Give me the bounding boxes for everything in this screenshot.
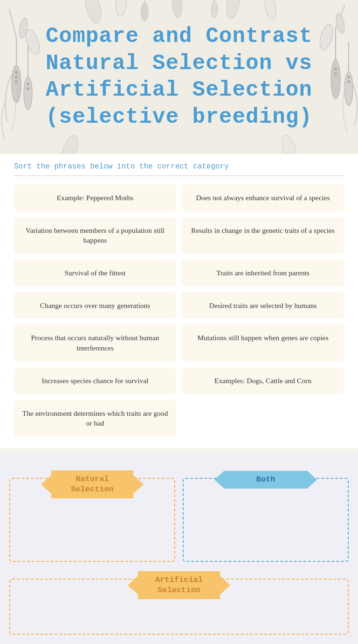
artificial-selection-label-wrap: Artificial Selection (128, 571, 230, 599)
both-arrow-left (214, 470, 225, 489)
cards-grid: Example: Peppered MothsDoes not always e… (14, 184, 344, 437)
sort-card-c13[interactable]: The environment determines which traits … (14, 400, 176, 437)
sort-card-c8[interactable]: Desired traits are selected by humans (182, 292, 344, 319)
artificial-selection-box[interactable]: Artificial Selection (9, 579, 349, 635)
natural-selection-label: Natural Selection (51, 470, 133, 498)
sort-instruction-container: Sort the phrases below into the correct … (0, 154, 358, 176)
category-section: Natural Selection Both Artificial Select… (0, 454, 358, 644)
sort-card-c1[interactable]: Example: Peppered Moths (14, 184, 176, 211)
natural-selection-label-wrap: Natural Selection (41, 470, 144, 498)
both-box[interactable]: Both (183, 478, 349, 562)
sort-area: Example: Peppered MothsDoes not always e… (0, 176, 358, 448)
sort-card-c12[interactable]: Examples: Dogs, Cattle and Corn (182, 367, 344, 394)
sort-card-c2[interactable]: Does not always enhance survival of a sp… (182, 184, 344, 211)
sort-card-c9[interactable]: Process that occurs naturally without hu… (14, 324, 176, 361)
both-label: Both (225, 471, 307, 489)
sort-card-c7[interactable]: Change occurs over many generations (14, 292, 176, 319)
artificial-selection-arrow-left (128, 576, 138, 595)
natural-selection-box[interactable]: Natural Selection (9, 478, 175, 562)
sort-card-c4[interactable]: Results in change in the genetic traits … (182, 217, 344, 254)
sort-card-c6[interactable]: Traits are inherited from parents (182, 259, 344, 287)
sort-instruction-text: Sort the phrases below into the correct … (14, 162, 344, 176)
sort-card-c3[interactable]: Variation between members of a populatio… (14, 217, 176, 254)
category-row-top: Natural Selection Both (9, 465, 349, 562)
sort-card-c5[interactable]: Survival of the fittest (14, 259, 176, 287)
artificial-selection-arrow-right (220, 576, 230, 595)
page-title: Compare and Contrast Natural Selection v… (0, 14, 358, 140)
both-arrow-right (307, 470, 317, 489)
header: Compare and Contrast Natural Selection v… (0, 0, 358, 154)
natural-selection-arrow-left (41, 475, 51, 494)
both-label-wrap: Both (214, 470, 317, 489)
sort-card-c11[interactable]: Increases species chance for survival (14, 367, 176, 394)
artificial-selection-label: Artificial Selection (138, 571, 220, 599)
sort-card-c10[interactable]: Mutations still happen when genes are co… (182, 324, 344, 361)
natural-selection-arrow-right (133, 475, 144, 494)
